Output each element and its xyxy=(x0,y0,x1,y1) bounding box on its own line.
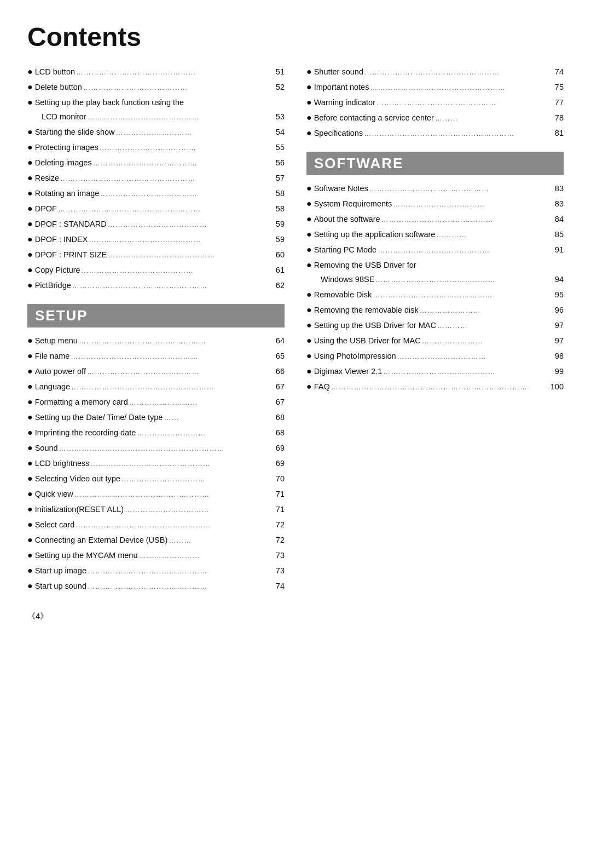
toc-page: 66 xyxy=(271,366,285,378)
toc-label: Formatting a memory card xyxy=(35,396,128,409)
toc-dots: ……………………..…………… xyxy=(83,82,270,93)
toc-label: Copy Picture xyxy=(35,265,80,277)
toc-label: FAQ xyxy=(314,381,330,393)
toc-page: 59 xyxy=(271,234,285,246)
toc-dots: ……………………..……… xyxy=(397,351,549,362)
toc-item: ●Specifications……………………..……………………………81 xyxy=(306,127,564,140)
bullet: ● xyxy=(306,182,312,195)
toc-page: 71 xyxy=(271,504,285,516)
bullet: ● xyxy=(27,233,33,246)
toc-item: ●DPOF : INDEX………………………..……………59 xyxy=(27,233,285,246)
toc-dots: ……………………..……………… xyxy=(381,214,549,225)
toc-page: 67 xyxy=(271,396,285,409)
bullet: ● xyxy=(306,334,312,347)
bullet: ● xyxy=(27,141,33,154)
toc-label: DPOF : INDEX xyxy=(35,234,88,246)
toc-label: Removing the removable disk xyxy=(314,304,419,317)
toc-label: Removing the USB Driver for xyxy=(314,260,564,272)
bullet: ● xyxy=(306,81,312,94)
software-header: SOFTWARE xyxy=(306,152,564,175)
toc-item: ●Shutter sound……………………..………………………74 xyxy=(306,65,564,78)
toc-page: 72 xyxy=(271,519,285,531)
left-column: ●LCD button…………………………..……………51●Delete bu… xyxy=(27,65,285,595)
toc-dots: …………………………..…………………………… xyxy=(59,443,270,454)
toc-item: LCD monitor………………………..……………53 xyxy=(27,111,285,123)
toc-label: Specifications xyxy=(314,128,363,140)
toc-label: Initialization(RESET ALL) xyxy=(35,504,124,516)
toc-dots: ………………………..……………… xyxy=(88,581,270,592)
toc-page: 74 xyxy=(271,580,285,593)
toc-dots: ………………………………… xyxy=(108,219,270,230)
toc-item: ●Copy Picture……………………..………………61 xyxy=(27,263,285,277)
toc-dots: ……………………………..…………………………………… xyxy=(331,382,549,393)
toc-item: ●FAQ……………………………..……………………………………100 xyxy=(306,380,564,393)
toc-item: ●Delete button……………………..……………52 xyxy=(27,81,285,94)
toc-item: ●File name………………………..…………………65 xyxy=(27,349,285,363)
toc-label: Setting up the MYCAM menu xyxy=(35,550,138,562)
bullet: ● xyxy=(27,579,33,593)
bullet: ● xyxy=(306,127,312,140)
toc-item: ●Protecting images……………..…………………55 xyxy=(27,141,285,154)
bullet: ● xyxy=(27,334,33,347)
toc-item: Windows 98SE……………………..…………………94 xyxy=(306,274,564,286)
toc-label: Software Notes xyxy=(314,183,368,195)
toc-label: File name xyxy=(35,350,70,363)
toc-label: Start up image xyxy=(35,565,86,577)
toc-dots: ……………………..………………… xyxy=(376,97,549,108)
toc-page: 51 xyxy=(271,66,285,78)
toc-label: Setting up the USB Driver for MAC xyxy=(314,320,436,332)
toc-label: Important notes xyxy=(314,82,369,94)
toc-page: 83 xyxy=(551,198,564,210)
toc-label: System Requirements xyxy=(314,198,392,210)
toc-dots: ………… xyxy=(436,229,549,240)
toc-label: Setting up the play back function using … xyxy=(35,97,285,109)
right-top-items: ●Shutter sound……………………..………………………74●Impo… xyxy=(306,65,564,140)
toc-page: 83 xyxy=(551,183,564,195)
toc-dots: …………………… xyxy=(138,550,270,561)
toc-label: LCD monitor xyxy=(42,111,86,123)
toc-page: 74 xyxy=(551,66,564,78)
toc-page: 56 xyxy=(271,157,285,169)
toc-page: 96 xyxy=(551,304,564,317)
toc-dots: …………………………… xyxy=(121,474,270,485)
toc-dots: …………………………..…………… xyxy=(76,67,270,78)
toc-label: Digimax Viewer 2.1 xyxy=(314,366,383,378)
bullet: ● xyxy=(27,426,33,439)
toc-item: ●Before contacting a service center………78 xyxy=(306,111,564,124)
bullet: ● xyxy=(27,395,33,409)
bullet: ● xyxy=(27,365,33,378)
bullet: ● xyxy=(27,263,33,277)
toc-item: ●Connecting an External Device (USB)………7… xyxy=(27,533,285,547)
toc-page: 60 xyxy=(271,249,285,261)
toc-dots: ……………………..…………………… xyxy=(79,336,270,347)
toc-dots: ………………………..………………… xyxy=(71,351,270,362)
toc-label: Quick view xyxy=(35,488,73,501)
toc-page: 84 xyxy=(551,214,564,226)
bullet: ● xyxy=(27,441,33,455)
bullet: ● xyxy=(306,365,312,378)
bullet: ● xyxy=(27,171,33,185)
page-footer: 《4》 xyxy=(27,611,564,622)
toc-item: ●Formatting a memory card………………………67 xyxy=(27,395,285,409)
toc-item: ●Language……………………..…………………………67 xyxy=(27,380,285,393)
toc-item: ●Selecting Video out type……………………………70 xyxy=(27,472,285,485)
toc-page: 75 xyxy=(551,82,564,94)
toc-item: ●Sound…………………………..……………………………69 xyxy=(27,441,285,455)
toc-label: Starting the slide show xyxy=(35,127,115,139)
bullet: ● xyxy=(27,202,33,215)
toc-item: ●DPOF : PRINT SIZE……………………………………60 xyxy=(27,248,285,261)
toc-item: ●Using the USB Driver for MAC……………………97 xyxy=(306,334,564,347)
toc-item: ●Start up image…………………………..……………73 xyxy=(27,564,285,577)
bullet: ● xyxy=(306,303,312,317)
toc-dots: ………… xyxy=(437,320,549,331)
toc-item: ●Quick view…………………………..…………………71 xyxy=(27,487,285,501)
toc-dots: ………………………..…………………… xyxy=(60,173,270,184)
toc-page: 52 xyxy=(271,82,285,94)
page-title: Contents xyxy=(27,22,564,52)
toc-dots: ……………………..………………………… xyxy=(58,204,270,215)
toc-page: 72 xyxy=(271,534,285,547)
bullet: ● xyxy=(306,243,312,256)
toc-item: ●System Requirements………………………………83 xyxy=(306,197,564,210)
toc-item: ●Removable Disk……………………..…………………95 xyxy=(306,288,564,301)
bullet: ● xyxy=(27,457,33,470)
